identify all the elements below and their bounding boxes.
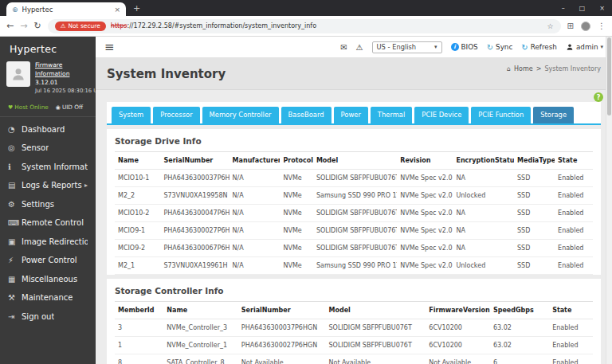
breadcrumb-current: System Inventory — [544, 65, 601, 72]
tab-system[interactable]: System — [112, 107, 151, 123]
column-header: State — [549, 302, 593, 319]
back-icon[interactable]: ← — [6, 21, 14, 31]
table-cell: NVMe — [280, 187, 312, 205]
breadcrumb-home[interactable]: Home — [514, 65, 533, 72]
uid-status-label: UID Off — [62, 104, 83, 111]
minimize-icon[interactable]: – — [555, 5, 572, 12]
column-header: Name — [163, 302, 238, 319]
table-cell: SOLIDIGM SBFPFUBU076T — [326, 319, 426, 337]
tab-processor[interactable]: Processor — [153, 107, 199, 123]
table-row[interactable]: M2_2S73VNU0XA19958NN/ANVMeSamsung SSD 99… — [115, 187, 593, 205]
topbar-actions: ✉ ⚠ US - English ▾ i BIOS ↻ Sync — [340, 41, 603, 53]
user-icon — [566, 43, 574, 51]
table-cell: PHA6436300047P6HGN — [160, 205, 229, 222]
system-info-icon: ℹ — [8, 162, 22, 171]
refresh-button[interactable]: ↻ Refresh — [521, 43, 557, 52]
tab-pcie-function[interactable]: PCIE Function — [471, 107, 531, 123]
table-cell: M2_1 — [115, 257, 160, 275]
tab-storage[interactable]: Storage — [533, 107, 574, 123]
address-bar[interactable]: ⚠ Not secure https://172.29.2.58/#system… — [48, 19, 561, 33]
table-cell: 3 — [115, 319, 163, 337]
tab-close-icon[interactable]: × — [114, 6, 120, 14]
table-cell: PHA6436300027P6HGN — [160, 222, 229, 240]
logs-reports-icon: ▤ — [8, 181, 22, 190]
bios-button[interactable]: i BIOS — [451, 43, 478, 51]
table-row[interactable]: 3NVMe_Controller_3PHA6436300037P6HGNSOLI… — [115, 319, 593, 337]
main-area: ≡ ✉ ⚠ US - English ▾ i BIOS ↻ Sync — [96, 37, 612, 364]
sidebar-item-image-redirection[interactable]: ▣Image Redirection — [0, 232, 96, 251]
table-cell: Samsung SSD 990 PRO 1TB — [313, 257, 397, 275]
scrollbar-thumb[interactable] — [607, 37, 611, 115]
hamburger-menu-icon[interactable]: ≡ — [104, 40, 115, 54]
table-cell: S73VNU0XA19958N — [160, 187, 229, 205]
tab-pcie-device[interactable]: PCIE Device — [414, 107, 469, 123]
browser-menu-icon[interactable]: ⋮ — [598, 22, 606, 30]
firmware-date: Jul 16 2025 08:30:16 UTC — [35, 88, 89, 96]
close-icon[interactable]: × — [592, 5, 612, 12]
table-cell: N/A — [230, 187, 280, 205]
browser-tab[interactable]: ⊕ Hypertec × — [6, 2, 126, 16]
extensions-icon[interactable]: ⊞ — [567, 22, 574, 30]
table-cell: NA — [453, 240, 514, 257]
sensor-icon: ◎ — [8, 143, 22, 152]
sidebar-item-logs-reports[interactable]: ▤Logs & Reports▸ — [0, 176, 96, 195]
table-cell: NA — [453, 170, 514, 187]
messages-envelope-icon[interactable]: ✉ — [340, 43, 347, 52]
not-secure-badge[interactable]: ⚠ Not secure — [55, 22, 106, 31]
column-header: SerialNumber — [160, 152, 229, 170]
table-cell: NA — [453, 222, 514, 240]
maximize-icon[interactable]: □ — [572, 5, 593, 12]
brand-logo: Hypertec — [0, 37, 96, 60]
favicon-globe-icon: ⊕ — [12, 6, 18, 14]
forward-icon[interactable]: → — [20, 21, 27, 31]
sidebar-item-miscellaneous[interactable]: ▦Miscellaneous — [0, 269, 96, 288]
tab-memory-controller[interactable]: Memory Controller — [202, 107, 279, 123]
firmware-information-link[interactable]: Firmware Information — [35, 61, 89, 79]
table-row[interactable]: MCIO10-1PHA6436300037P6HGNN/ANVMeSOLIDIG… — [115, 170, 593, 187]
user-name: admin — [576, 43, 598, 51]
table-row[interactable]: 1NVMe_Controller_1PHA6436300027P6HGNSOLI… — [115, 337, 593, 354]
tab-baseboard[interactable]: BaseBoard — [281, 107, 332, 123]
sidebar-item-sensor[interactable]: ◎Sensor — [0, 139, 96, 158]
miscellaneous-icon: ▦ — [8, 275, 22, 284]
bookmark-star-icon[interactable]: ☆ — [547, 22, 554, 30]
table-cell: Enabled — [555, 170, 593, 187]
sync-label: Sync — [496, 43, 512, 51]
user-menu[interactable]: admin ▾ — [566, 43, 603, 51]
storage-controller-info-card: Storage Controller Info MemberIdNameSeri… — [107, 279, 601, 364]
table-cell: Enabled — [555, 240, 593, 257]
help-icon[interactable]: ? — [594, 92, 603, 102]
tab-power[interactable]: Power — [334, 107, 368, 123]
new-tab-button[interactable]: + — [133, 3, 140, 16]
sidebar-item-label: Maintenance — [22, 293, 73, 302]
alerts-icon[interactable]: ⚠ — [356, 43, 363, 52]
sidebar-item-label: Settings — [22, 200, 54, 209]
sidebar-item-remote-control[interactable]: ⌨Remote Control — [0, 213, 96, 233]
table-row[interactable]: M2_1S73VNU0XA19961HN/ANVMeSamsung SSD 99… — [115, 257, 593, 275]
table-cell: N/A — [230, 170, 280, 187]
reload-icon[interactable]: ↻ — [33, 21, 41, 31]
sidebar-item-dashboard[interactable]: ◔Dashboard — [0, 119, 96, 139]
table-cell: NVMe — [280, 205, 312, 222]
table-cell: NVMe — [280, 170, 312, 187]
table-cell: SOLIDIGM SBFPFUBU076T — [313, 205, 397, 222]
sidebar-item-power-control[interactable]: ⚡Power Control — [0, 251, 96, 270]
table-row[interactable]: MCIO9-1PHA6436300027P6HGNN/ANVMeSOLIDIGM… — [115, 222, 593, 240]
table-cell: NVMe — [280, 222, 312, 240]
table-cell: Enabled — [549, 337, 593, 354]
table-row[interactable]: MCIO10-2PHA6436300047P6HGNN/ANVMeSOLIDIG… — [115, 205, 593, 222]
sidebar-item-sign-out[interactable]: ⇥Sign out — [0, 307, 96, 326]
sidebar-item-system-information[interactable]: ℹSystem Information — [0, 157, 96, 176]
table-row[interactable]: MCIO9-2PHA6436300067P6HGNN/ANVMeSOLIDIGM… — [115, 240, 593, 257]
language-select[interactable]: US - English ▾ — [372, 41, 442, 53]
sync-button[interactable]: ↻ Sync — [487, 43, 513, 52]
page-scrollbar[interactable] — [606, 37, 612, 364]
url-rest: ://172.29.2.58/#system_information/syste… — [127, 22, 316, 29]
table-row[interactable]: 8SATA_Controller_8Not AvailableNot Avail… — [115, 354, 593, 364]
tab-thermal[interactable]: Thermal — [371, 107, 413, 123]
sidebar-item-settings[interactable]: ⚙Settings — [0, 194, 96, 213]
sidebar-item-maintenance[interactable]: ⚒Maintenance — [0, 288, 96, 307]
host-status-label: Host Online — [14, 104, 48, 111]
column-header: Manufacturer — [230, 152, 280, 170]
browser-profile-avatar[interactable] — [581, 22, 590, 31]
